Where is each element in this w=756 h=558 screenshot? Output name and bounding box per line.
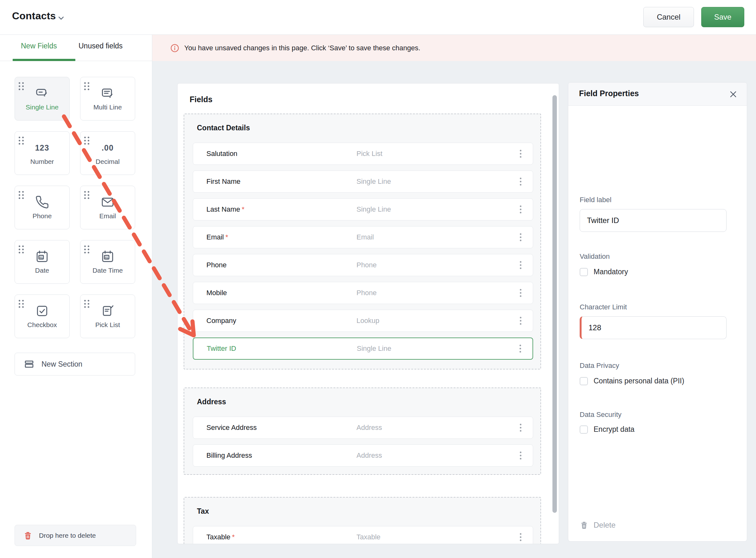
unsaved-changes-banner: You have unsaved changes in this page. C… xyxy=(152,35,756,61)
drag-handle-icon[interactable] xyxy=(19,191,24,199)
mandatory-label: Mandatory xyxy=(593,268,628,276)
field-row-label: Email* xyxy=(206,233,228,242)
field-row-email[interactable]: Email* Email xyxy=(193,226,533,248)
trash-icon xyxy=(580,521,588,530)
field-row-type: Address xyxy=(357,424,382,432)
tile-pick-list[interactable]: Pick List xyxy=(80,295,135,338)
drop-delete-zone[interactable]: Drop here to delete xyxy=(15,525,136,546)
more-options-icon[interactable] xyxy=(518,287,523,299)
field-row-label: Billing Address xyxy=(206,451,252,460)
field-row-label: First Name xyxy=(206,177,241,186)
encrypt-checkbox[interactable] xyxy=(580,426,588,434)
drag-handle-icon[interactable] xyxy=(84,300,90,308)
field-row-label: Twitter ID xyxy=(207,345,236,353)
field-row-billing-address[interactable]: Billing Address Address xyxy=(193,445,533,466)
new-section-icon xyxy=(24,359,34,370)
section-title: Address xyxy=(197,398,226,406)
field-row-company[interactable]: Company Lookup xyxy=(193,310,533,332)
delete-field-button[interactable]: Delete xyxy=(580,521,615,530)
module-chevron-down-icon[interactable] xyxy=(56,13,66,23)
field-row-type: Address xyxy=(357,451,382,460)
field-type-tiles: Single Line Multi Line 123 Number .00 De… xyxy=(15,77,135,338)
decimal-00-icon: .00 xyxy=(101,141,115,155)
more-options-icon[interactable] xyxy=(518,531,523,543)
checkbox-icon xyxy=(35,304,49,318)
svg-text:01: 01 xyxy=(105,256,108,259)
field-row-label: Salutation xyxy=(206,150,238,158)
more-options-icon[interactable] xyxy=(518,148,523,160)
drag-handle-icon[interactable] xyxy=(19,300,24,308)
page-title: Contacts xyxy=(12,10,56,22)
field-row-label: Taxable* xyxy=(206,533,235,541)
field-properties-title: Field Properties xyxy=(579,89,639,98)
drag-handle-icon[interactable] xyxy=(84,137,90,145)
tile-checkbox[interactable]: Checkbox xyxy=(15,295,70,338)
field-layout-editor: Contacts Cancel Save New Fields Unused f… xyxy=(0,0,756,558)
field-row-salutation[interactable]: Salutation Pick List xyxy=(193,143,533,165)
drag-handle-icon[interactable] xyxy=(19,82,24,90)
data-privacy-label: Data Privacy xyxy=(580,361,619,370)
close-icon[interactable] xyxy=(729,90,738,99)
drag-handle-icon[interactable] xyxy=(19,246,24,253)
multi-line-icon xyxy=(101,86,115,100)
field-row-mobile[interactable]: Mobile Phone xyxy=(193,282,533,304)
field-properties-header: Field Properties xyxy=(568,82,747,106)
more-options-icon[interactable] xyxy=(518,422,523,434)
tile-email[interactable]: Email xyxy=(80,186,135,229)
fields-card-title: Fields xyxy=(190,95,213,104)
field-row-type: Lookup xyxy=(357,316,379,325)
required-asterisk: * xyxy=(242,205,244,213)
info-icon xyxy=(170,43,179,53)
more-options-icon[interactable] xyxy=(518,232,523,243)
tile-date-time[interactable]: 01 Date Time xyxy=(80,240,135,284)
field-row-label: Service Address xyxy=(206,424,257,432)
trash-icon xyxy=(23,531,32,540)
cancel-button[interactable]: Cancel xyxy=(643,7,694,27)
pii-label: Contains personal data (PII) xyxy=(593,377,684,385)
new-section-tile[interactable]: New Section xyxy=(15,353,135,376)
field-row-label: Mobile xyxy=(206,289,227,297)
tile-date[interactable]: 01 Date xyxy=(15,240,70,284)
pii-option: Contains personal data (PII) xyxy=(580,377,684,385)
character-limit-input[interactable] xyxy=(580,316,727,339)
field-row-service-address[interactable]: Service Address Address xyxy=(193,416,533,439)
field-row-phone[interactable]: Phone Phone xyxy=(193,254,533,276)
pii-checkbox[interactable] xyxy=(580,377,588,385)
scrollbar-thumb[interactable] xyxy=(553,95,557,513)
more-options-icon[interactable] xyxy=(518,176,523,187)
drag-handle-icon[interactable] xyxy=(19,137,24,145)
save-button[interactable]: Save xyxy=(701,7,744,27)
field-row-first-name[interactable]: First Name Single Line xyxy=(193,171,533,193)
character-limit-label: Character Limit xyxy=(580,303,627,311)
required-asterisk: * xyxy=(225,233,228,241)
more-options-icon[interactable] xyxy=(518,343,523,355)
tile-phone[interactable]: Phone xyxy=(15,186,70,229)
field-row-type: Single Line xyxy=(357,205,391,213)
tab-new-fields[interactable]: New Fields xyxy=(21,42,57,50)
tile-multi-line[interactable]: Multi Line xyxy=(80,77,135,121)
more-options-icon[interactable] xyxy=(518,204,523,215)
calendar-icon: 01 xyxy=(101,250,115,263)
more-options-icon[interactable] xyxy=(518,450,523,461)
fields-card: Fields Contact Details Salutation Pick L… xyxy=(177,83,559,544)
single-line-icon xyxy=(35,86,49,100)
more-options-icon[interactable] xyxy=(518,315,523,327)
tile-number[interactable]: 123 Number xyxy=(15,131,70,175)
field-row-type: Phone xyxy=(357,289,377,297)
more-options-icon[interactable] xyxy=(518,259,523,271)
tile-single-line[interactable]: Single Line xyxy=(15,77,70,121)
drag-handle-icon[interactable] xyxy=(84,82,90,90)
tab-unused-fields[interactable]: Unused fields xyxy=(78,42,123,50)
field-row-type: Pick List xyxy=(357,150,383,158)
field-label-label: Field label xyxy=(580,196,611,204)
field-row-twitter-id[interactable]: Twitter ID Single Line xyxy=(193,337,533,360)
field-row-label: Company xyxy=(206,316,236,325)
drag-handle-icon[interactable] xyxy=(84,246,90,253)
number-123-icon: 123 xyxy=(35,141,49,155)
field-row-taxable[interactable]: Taxable* Taxable xyxy=(193,526,533,544)
mandatory-checkbox[interactable] xyxy=(580,268,588,276)
tile-decimal[interactable]: .00 Decimal xyxy=(80,131,135,175)
field-row-last-name[interactable]: Last Name* Single Line xyxy=(193,198,533,221)
field-label-input[interactable] xyxy=(580,209,727,232)
drag-handle-icon[interactable] xyxy=(84,191,90,199)
